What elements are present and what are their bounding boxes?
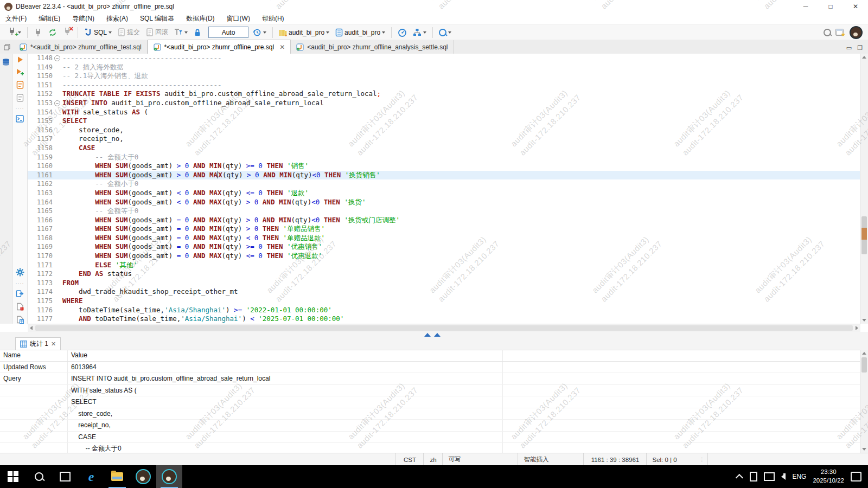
column-header-value[interactable]: Value — [68, 350, 503, 361]
schema-select[interactable]: audit_bi_pro — [334, 27, 387, 38]
speaker-icon[interactable] — [781, 473, 786, 480]
code-line-1173[interactable]: 1173FROM — [28, 279, 860, 288]
export-button[interactable] — [16, 290, 24, 298]
results-row-5[interactable]: receipt_no, — [0, 420, 860, 432]
internet-explorer-button[interactable]: e — [78, 465, 104, 488]
chevron-down-icon[interactable] — [423, 31, 426, 34]
disconnect-button[interactable]: ✕ — [61, 26, 73, 39]
sql-editor-button[interactable]: SQL — [82, 27, 113, 38]
close-icon[interactable]: ✕ — [279, 43, 285, 51]
rollback-button[interactable]: 回滚 — [144, 27, 170, 38]
start-button[interactable] — [0, 465, 26, 488]
code-line-1166[interactable]: 1166 WHEN SUM(goods_amt) = 0 AND MAX(qty… — [28, 216, 860, 225]
maximize-view-icon[interactable]: ❐ — [857, 44, 863, 52]
scroll-up-arrow[interactable] — [862, 352, 866, 355]
tray-chevron-icon[interactable] — [736, 474, 743, 481]
editor-horizontal-scrollbar[interactable] — [28, 324, 860, 332]
file-explorer-button[interactable] — [104, 465, 130, 488]
transaction-filter-button[interactable] — [173, 27, 189, 38]
code-line-1177[interactable]: 1177 AND toDateTime(sale_time,'Asia/Shan… — [28, 314, 860, 324]
menu-item-1[interactable]: 编辑(E) — [39, 14, 60, 23]
task-view-button[interactable] — [52, 465, 78, 488]
code-line-1167[interactable]: 1167 WHEN SUM(goods_amt) = 0 AND MIN(qty… — [28, 224, 860, 234]
dbeaver-taskbar-button[interactable] — [130, 465, 156, 488]
code-line-1158[interactable]: 1158 CASE — [28, 144, 860, 153]
tab-statistics[interactable]: 统计 1 ✕ — [15, 337, 61, 350]
code-line-1149[interactable]: 1149-- 2 插入海外数据 — [28, 63, 860, 72]
code-line-1150[interactable]: 1150-- 2.1导入海外销售、退款 — [28, 72, 860, 81]
results-row-4[interactable]: store_code, — [0, 408, 860, 420]
chevron-down-icon[interactable] — [108, 31, 112, 34]
scroll-right-arrow[interactable] — [856, 326, 858, 330]
results-row-2[interactable]: WITH sale_status AS ( — [0, 385, 860, 397]
code-line-1163[interactable]: 1163 WHEN SUM(goods_amt) < 0 AND MAX(qty… — [28, 189, 860, 198]
scroll-down-arrow[interactable] — [862, 319, 866, 322]
scroll-thumb[interactable] — [35, 325, 853, 331]
settings-gear-icon[interactable] — [16, 268, 24, 277]
code-line-1152[interactable]: 1152TRUNCATE TABLE IF EXISTS audit_bi_pr… — [28, 89, 860, 99]
code-line-1162[interactable]: 1162 -- 金额小于0 — [28, 179, 860, 189]
usb-icon[interactable] — [750, 472, 757, 481]
scroll-left-arrow[interactable] — [30, 326, 33, 330]
results-row-7[interactable]: -- 金额大于0 — [0, 443, 860, 453]
transaction-log-button[interactable] — [251, 27, 268, 38]
execute-script-button[interactable] — [16, 81, 24, 89]
chevron-down-icon[interactable] — [263, 31, 266, 34]
er-diagram-button[interactable] — [411, 27, 428, 38]
user-avatar[interactable] — [850, 26, 863, 39]
minimize-view-icon[interactable]: ▭ — [846, 44, 852, 52]
results-row-3[interactable]: SELECT — [0, 396, 860, 408]
menu-item-3[interactable]: 搜索(A) — [106, 14, 128, 23]
menu-item-5[interactable]: 数据库(D) — [186, 14, 215, 23]
fold-icon[interactable]: − — [54, 55, 60, 61]
fold-icon[interactable]: − — [54, 100, 60, 106]
dashboard-button[interactable] — [396, 27, 409, 38]
results-row-0[interactable]: Updated Rows6013964 — [0, 362, 860, 374]
menu-item-4[interactable]: SQL 编辑器 — [140, 14, 174, 23]
code-line-1174[interactable]: 1174 dwd_trade_hkaudit_shop_receipt_othe… — [28, 287, 860, 297]
execute-new-tab-button[interactable] — [16, 68, 24, 76]
doc-grid-icon[interactable] — [16, 316, 24, 324]
scroll-down-arrow[interactable] — [862, 448, 866, 451]
restore-view-icon[interactable] — [0, 40, 14, 54]
notifications-icon[interactable] — [851, 472, 861, 481]
column-header-name[interactable]: Name — [0, 350, 68, 361]
editor-vertical-scrollbar[interactable] — [860, 54, 868, 324]
editor-tab-0[interactable]: *<audit_bi_pro> zhumr_offline_test.sql — [14, 40, 148, 54]
code-line-1172[interactable]: 1172 END AS status — [28, 269, 860, 279]
close-icon[interactable]: ✕ — [51, 341, 56, 348]
explain-plan-button[interactable] — [16, 94, 24, 102]
code-line-1161[interactable]: 1161 WHEN SUM(goods_amt) > 0 AND MAX(qty… — [28, 171, 860, 180]
code-line-1156[interactable]: 1156 store_code, — [28, 126, 860, 135]
taskbar-clock[interactable]: 23:302025/10/22 — [813, 468, 844, 485]
code-line-1154[interactable]: 1154WITH sale_status AS ( — [28, 108, 860, 117]
editor-tab-2[interactable]: <audit_bi_pro> zhumr_offline_analysis_se… — [291, 40, 454, 54]
menu-item-2[interactable]: 导航(N) — [72, 14, 94, 23]
code-line-1169[interactable]: 1169 WHEN SUM(goods_amt) = 0 AND MIN(qty… — [28, 242, 860, 252]
terminal-button[interactable] — [16, 115, 24, 123]
code-line-1171[interactable]: 1171 ELSE '其他' — [28, 261, 860, 270]
results-row-6[interactable]: CASE — [0, 432, 860, 444]
maximize-button[interactable]: □ — [818, 0, 843, 13]
code-line-1155[interactable]: 1155SELECT — [28, 117, 860, 126]
code-line-1157[interactable]: 1157 receipt_no, — [28, 134, 860, 144]
code-line-1168[interactable]: 1168 WHEN SUM(goods_amt) = 0 AND MAX(qty… — [28, 234, 860, 243]
chevron-down-icon[interactable] — [448, 31, 451, 34]
menu-item-6[interactable]: 窗口(W) — [227, 14, 250, 23]
chevron-down-icon[interactable] — [382, 31, 385, 34]
results-vertical-scrollbar[interactable] — [860, 350, 868, 453]
database-navigator-icon[interactable] — [2, 58, 12, 67]
language-indicator[interactable]: ENG — [792, 473, 806, 480]
code-line-1148[interactable]: 1148−-----------------------------------… — [28, 54, 860, 63]
execute-statement-button[interactable] — [16, 56, 24, 63]
status-caret-position[interactable]: 1161 : 39 : 38961 — [583, 453, 646, 465]
doc-alert-icon[interactable]: ! — [16, 303, 24, 311]
splitter-up-arrow[interactable] — [434, 333, 441, 337]
new-connection-button[interactable]: + — [6, 26, 23, 39]
dbeaver-taskbar-button-active[interactable] — [156, 465, 182, 488]
chevron-down-icon[interactable] — [326, 31, 329, 34]
results-row-1[interactable]: QueryINSERT INTO audit_bi_pro.custom_off… — [0, 373, 860, 385]
code-line-1175[interactable]: 1175WHERE — [28, 297, 860, 306]
code-line-1164[interactable]: 1164 WHEN SUM(goods_amt) < 0 AND MAX(qty… — [28, 198, 860, 207]
quick-access-search-icon[interactable] — [824, 29, 831, 36]
